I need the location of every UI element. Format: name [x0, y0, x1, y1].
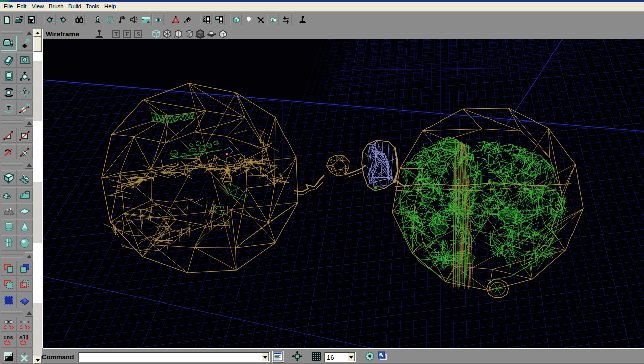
svg-text:G: G: [106, 16, 114, 24]
svg-text:T: T: [7, 105, 11, 111]
